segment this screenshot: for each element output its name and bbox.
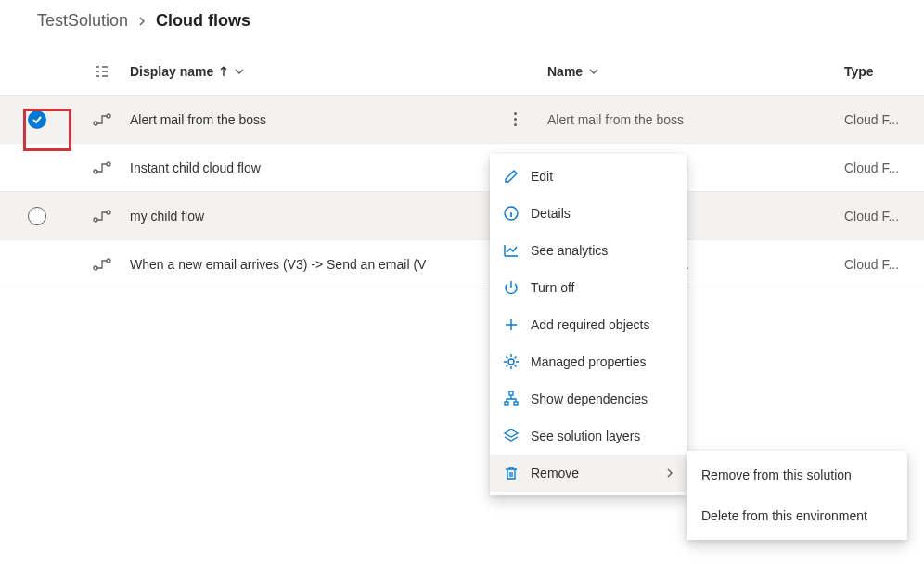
flow-icon [74,258,130,271]
chevron-down-icon [588,68,599,75]
menu-item-label: Turn off [531,280,574,295]
menu-item-see-layers[interactable]: See solution layers [490,417,687,455]
menu-item-label: Show dependencies [531,391,648,406]
layers-icon [503,428,520,444]
table-row[interactable]: Alert mail from the boss Alert mail from… [0,96,924,144]
svg-point-1 [107,114,110,118]
menu-item-details[interactable]: Details [490,195,687,232]
chevron-down-icon [234,68,245,75]
breadcrumb: TestSolution Cloud flows [0,0,924,47]
flow-icon [74,210,130,223]
table-header-row: Display name Name Type [0,47,924,96]
menu-item-remove[interactable]: Remove [490,455,687,492]
svg-point-2 [94,170,97,173]
display-name-cell[interactable]: Alert mail from the boss [130,112,482,127]
pencil-icon [503,168,520,185]
col-header-label: Display name [130,64,213,79]
menu-item-turn-off[interactable]: Turn off [490,269,687,306]
submenu-item-remove-solution[interactable]: Remove from this solution [687,455,907,495]
row-checkbox-checked[interactable] [28,110,46,129]
plus-icon [503,316,520,333]
chevron-right-icon [666,468,674,479]
col-header-name[interactable]: Name [547,64,844,79]
menu-item-add-required[interactable]: Add required objects [490,306,687,343]
hierarchy-icon [503,391,520,407]
power-icon [503,279,520,296]
svg-point-6 [94,266,97,270]
menu-item-label: Add required objects [531,317,649,332]
table-row[interactable]: When a new email arrives (V3) -> Send an… [0,240,924,288]
col-header-display-name[interactable]: Display name [130,64,482,79]
menu-item-label: Managed properties [531,354,647,369]
menu-item-label: See solution layers [531,429,640,443]
analytics-icon [503,242,520,259]
col-header-type[interactable]: Type [844,64,924,79]
svg-rect-11 [505,402,508,405]
menu-item-label: Remove [531,466,579,481]
col-header-label: Type [844,64,874,79]
submenu-item-delete-environment[interactable]: Delete from this environment [687,495,907,536]
table-row[interactable]: my child flow Cloud F... [0,192,924,240]
svg-point-4 [94,218,97,222]
svg-rect-10 [509,391,513,395]
display-name-cell[interactable]: When a new email arrives (V3) -> Send an… [130,257,482,272]
row-more-button[interactable] [482,112,547,126]
breadcrumb-current: Cloud flows [156,11,250,31]
type-cell: Cloud F... [844,209,924,224]
svg-rect-12 [514,402,518,405]
svg-point-0 [94,122,97,125]
sort-asc-icon [219,66,228,77]
menu-item-label: Edit [531,169,553,184]
flow-icon [74,113,130,126]
display-name-cell[interactable]: my child flow [130,209,482,224]
display-name-cell[interactable]: Instant child cloud flow [130,160,482,175]
menu-item-edit[interactable]: Edit [490,158,687,195]
chevron-right-icon [137,17,147,26]
row-context-menu: Edit Details See analytics Turn off Add … [490,154,687,495]
trash-icon [503,465,520,481]
gear-icon [503,353,520,370]
svg-point-3 [107,162,110,166]
svg-point-7 [107,259,110,263]
type-cell: Cloud F... [844,160,924,175]
menu-item-analytics[interactable]: See analytics [490,232,687,269]
col-header-label: Name [547,64,583,79]
info-icon [503,205,520,222]
flows-table: Display name Name Type Al [0,47,924,288]
menu-item-show-dependencies[interactable]: Show dependencies [490,380,687,417]
svg-point-9 [508,359,514,365]
more-vertical-icon [507,112,522,126]
menu-item-label: Details [531,206,571,221]
submenu-item-label: Remove from this solution [701,468,852,482]
remove-submenu: Remove from this solution Delete from th… [687,451,907,540]
type-cell: Cloud F... [844,257,924,272]
breadcrumb-parent[interactable]: TestSolution [37,11,128,31]
menu-item-label: See analytics [531,243,608,258]
submenu-item-label: Delete from this environment [701,508,867,523]
name-cell: Alert mail from the boss [547,112,844,127]
customize-columns-icon[interactable] [74,64,130,79]
flow-icon [74,161,130,174]
row-checkbox-unchecked[interactable] [28,207,46,225]
menu-item-managed-properties[interactable]: Managed properties [490,343,687,380]
type-cell: Cloud F... [844,112,924,127]
table-row[interactable]: Instant child cloud flow Cloud F... [0,144,924,192]
svg-point-5 [107,211,110,214]
